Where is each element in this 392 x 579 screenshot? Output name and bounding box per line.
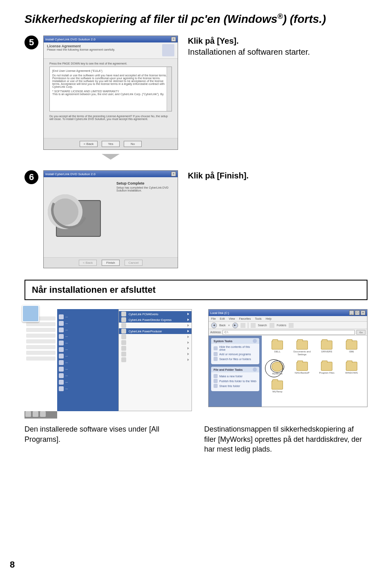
panel-item[interactable]: Search for files or folders [214,357,257,361]
submenu-item[interactable] [119,323,192,328]
menu-tools[interactable]: Tools [255,317,261,320]
folder-icon [321,362,332,371]
collapse-icon[interactable] [253,367,257,372]
dialog-title: Install CyberLink DVD Solution 2.0 [45,38,96,41]
back-button: < Back [79,260,97,266]
program-icon [121,346,126,351]
submenu-label: CyberLink PCM4Everio [129,313,158,316]
panel-item[interactable]: Share this folder [214,384,257,388]
folder-nas-backup[interactable]: NAS-BackUP [292,362,313,375]
no-button[interactable]: No [124,141,142,147]
finish-button[interactable]: Finish [102,260,120,266]
finish-dialog: Install CyberLink DVD Solution 2.0 × Set… [43,170,178,268]
chevron-right-icon [187,318,189,321]
folders-label: Folders [277,324,286,327]
program-icon [121,352,126,356]
start-menu-left [24,309,57,411]
submenu-item[interactable]: CyberLink PowerDirector Express [119,317,192,323]
folder-wutemp[interactable]: WUTemp [267,381,288,393]
dialog-subtitle: License Agreement [47,44,115,48]
panel-item[interactable]: Publish this folder to the Web [214,379,257,383]
folders-icon[interactable] [270,323,274,328]
go-button[interactable]: Go [356,330,365,335]
folder-drivers[interactable]: DRIVERS [316,341,338,356]
panel-header: File and Folder Tasks [214,368,243,371]
explorer-toolbar[interactable]: ◄ Back ▾ ► Search Folders [209,322,367,329]
section-heading: Når installationen er afsluttet [32,285,360,295]
close-icon[interactable]: × [171,37,176,42]
dialog-title: Install CyberLink DVD Solution 2.0 [45,172,96,176]
search-icon[interactable] [251,323,256,328]
panel-item[interactable]: Hide the contents of this drive [214,345,257,351]
finish-illustration [48,180,113,237]
menu-edit[interactable]: Edit [220,317,225,320]
maximize-icon[interactable]: □ [355,310,360,315]
folder-label: NAS-BackUP [295,372,310,374]
up-icon[interactable] [241,323,245,328]
yes-button[interactable]: Yes [102,141,120,147]
arrow-down-icon [102,154,120,160]
back-button[interactable]: < Back [80,141,98,147]
submenu-label: CyberLink PowerProducer [129,330,162,333]
address-bar[interactable]: Address C:\ Go [209,329,367,336]
panel-item-label: Share this folder [219,385,240,387]
user-avatar [22,305,39,322]
installer-icon [162,44,174,56]
task-icon [214,384,218,388]
folder-myworks[interactable]: MyWorks [267,362,288,375]
explorer-menubar[interactable]: FileEditViewFavoritesToolsHelp [209,316,367,322]
folder-label: WUTemp [272,390,283,393]
folder-dell[interactable]: DELL [267,341,288,356]
dialog-titlebar: Install CyberLink DVD Solution 2.0 × [44,171,178,177]
minimize-icon[interactable]: _ [349,310,354,315]
explorer-content[interactable]: DELLDocuments and SettingsDRIVERSI386MyW… [262,336,367,407]
menu-file[interactable]: File [211,317,216,320]
menu-help[interactable]: Help [266,317,272,320]
collapse-icon[interactable] [253,339,257,343]
explorer-window: Local Disk (C:) _ □ × FileEditViewFavori… [208,309,368,407]
submenu-item[interactable] [119,345,192,351]
back-icon[interactable]: ◄ [211,323,217,328]
dialog-subtitle-desc: Please read the following license agreem… [47,48,115,51]
folder-program-files[interactable]: Program Files [316,362,338,375]
close-icon[interactable]: × [171,171,176,176]
panel-header: System Tasks [214,340,232,343]
submenu-item[interactable]: CyberLink PCM4Everio [119,311,192,317]
address-label: Address [210,331,221,334]
close-icon[interactable]: × [361,310,365,315]
step-badge-6: 6 [24,170,38,184]
dialog-subheader: License Agreement Please read the follow… [44,42,178,59]
finish-header: Setup Complete [116,181,174,185]
eula-textbox[interactable]: [End User License Agreement ("EULA") Do … [49,67,172,111]
menu-favorites[interactable]: Favorites [239,317,251,320]
folder-i386[interactable]: I386 [341,341,363,356]
submenu-item[interactable] [119,351,192,357]
panel-item-label: Make a new folder [219,375,243,378]
forward-icon[interactable]: ► [232,323,238,328]
program-icon [121,334,126,339]
explorer-title: Local Disk (C:) [210,312,229,314]
panel-item[interactable]: Add or remove programs [214,352,257,356]
finish-message: Setup has completed the CyberLink DVD So… [116,186,174,192]
scrollbar[interactable] [167,67,172,111]
menu-view[interactable]: View [229,317,235,320]
dialog-titlebar: Install CyberLink DVD Solution 2.0 × [44,36,178,42]
submenu-item[interactable] [119,357,192,363]
taskbar-icon [33,411,38,417]
chevron-right-icon [187,347,189,350]
address-value[interactable]: C:\ [225,331,228,334]
task-icon [214,374,218,378]
license-dialog: Install CyberLink DVD Solution 2.0 × Lic… [43,36,178,150]
submenu-item[interactable] [119,334,192,340]
submenu-item[interactable] [119,340,192,345]
back-label: Back [219,324,226,327]
folder-documents-and-settings[interactable]: Documents and Settings [292,341,313,356]
panel-item[interactable]: Make a new folder [214,374,257,378]
folder-label: DRIVERS [321,350,332,353]
submenu-item[interactable]: CyberLink PowerProducer [119,328,192,334]
views-icon[interactable] [289,323,294,328]
folder-windows[interactable]: WINDOWS [341,362,363,375]
submenu-label: CyberLink PowerDirector Express [129,318,172,321]
step5-line1: Klik på [Yes]. [188,36,310,47]
program-icon [121,317,126,322]
